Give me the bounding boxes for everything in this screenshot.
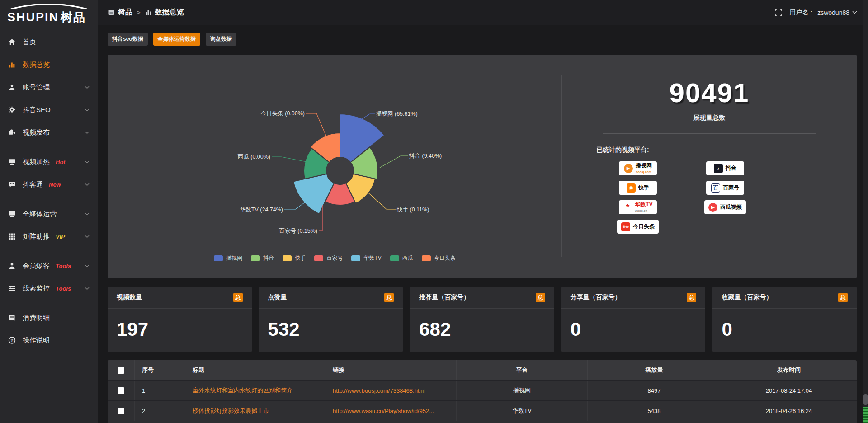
platform-badge-xigua[interactable]: ▶西瓜视频 <box>704 200 746 214</box>
sidebar-item-label: 抖客通 <box>23 180 43 189</box>
pie-label: 快手 (0.11%) <box>396 207 429 213</box>
select-all-checkbox[interactable] <box>118 367 124 374</box>
tab-2[interactable]: 询盘数据 <box>206 33 236 46</box>
content: 抖音seo数据全媒体运营数据询盘数据 播视网 (65.61%)抖音 (9.40%… <box>98 25 868 423</box>
sidebar-item-publish[interactable]: 视频发布 <box>0 121 98 144</box>
sidebar: SHUPIN 树品 首页数据总览账号管理抖音SEO视频发布视频加热Hot抖客通N… <box>0 0 98 423</box>
scrollbar-thumb[interactable] <box>863 394 868 405</box>
home-icon <box>8 38 16 46</box>
platform-badges: ▶播视网boosj.com♪抖音◉快手百百家号*华数TVwasu.cn▶西瓜视频… <box>616 161 752 234</box>
platform-badge-boosj[interactable]: ▶播视网boosj.com <box>619 161 657 175</box>
total-badge: 总 <box>687 293 696 302</box>
legend-item-百家号[interactable]: 百家号 <box>314 254 343 262</box>
platform-badge-kuaishou[interactable]: ◉快手 <box>619 181 657 195</box>
sidebar-item-user[interactable]: 账号管理 <box>0 76 98 99</box>
sidebar-item-label: 首页 <box>23 38 36 47</box>
sidebar-item-gear[interactable]: 抖音SEO <box>0 99 98 121</box>
stat-card-value: 682 <box>410 309 554 340</box>
cell-title-link[interactable]: 室外水纹灯和室内水纹灯的区别和简介 <box>185 381 326 400</box>
breadcrumb-app-icon <box>108 9 114 15</box>
total-impressions-value: 90491 <box>562 77 857 108</box>
sidebar-item-monitor[interactable]: 全媒体运营 <box>0 202 98 225</box>
breadcrumb: 树品 > 数据总览 <box>108 8 184 17</box>
table-row-partial <box>108 421 857 423</box>
cell-url-link[interactable]: http://www.boosj.com/7338468.html <box>326 381 457 400</box>
sidebar-item-label: 全媒体运营 <box>23 210 57 218</box>
breadcrumb-root[interactable]: 树品 <box>118 8 132 17</box>
cell-title-link[interactable]: 楼体投影灯投影效果震撼上市 <box>185 401 326 421</box>
legend-item-今日头条[interactable]: 今日头条 <box>422 254 456 262</box>
stat-card-title: 收藏量（百家号） <box>722 293 772 301</box>
sidebar-item-label: 操作说明 <box>23 336 50 345</box>
legend-label: 今日头条 <box>434 254 456 262</box>
sidebar-item-question[interactable]: ?操作说明 <box>0 329 98 352</box>
platform-name: 百家号 <box>723 185 739 191</box>
pie-slice-华数TV[interactable] <box>293 174 334 214</box>
rose-pie-chart[interactable]: 播视网 (65.61%)抖音 (9.40%)快手 (0.11%)百家号 (0.1… <box>108 55 562 250</box>
cell-plays: 5438 <box>588 401 721 421</box>
legend-swatch <box>251 255 260 261</box>
legend-swatch <box>390 255 399 261</box>
platform-name: 华数TVwasu.cn <box>635 202 652 213</box>
logo-arc <box>9 4 89 9</box>
user-menu[interactable]: 用户名：zswodun88 <box>789 9 857 17</box>
pie-label-line <box>272 157 307 162</box>
platform-name: 快手 <box>638 185 649 191</box>
page-scrollbar[interactable] <box>863 0 868 423</box>
platform-name: 今日头条 <box>633 224 655 230</box>
sidebar-item-label: 视频加热 <box>23 158 50 166</box>
breadcrumb-chart-icon <box>145 9 151 15</box>
legend-item-快手[interactable]: 快手 <box>283 254 306 262</box>
row-checkbox[interactable] <box>118 387 124 394</box>
fullscreen-icon[interactable] <box>775 9 782 16</box>
heat-icon <box>8 158 16 166</box>
legend-swatch <box>351 255 360 261</box>
chevron-down-icon <box>85 86 90 89</box>
boosj-logo-icon: ▶ <box>624 164 633 173</box>
tab-1[interactable]: 全媒体运营数据 <box>153 33 200 46</box>
svg-text:?: ? <box>11 338 14 343</box>
topbar: 树品 > 数据总览 用户名：zswodun88 <box>98 0 868 25</box>
question-icon: ? <box>8 337 16 344</box>
sidebar-item-heat[interactable]: 视频加热Hot <box>0 150 98 173</box>
sidebar-item-member[interactable]: 会员爆客Tools <box>0 254 98 277</box>
sidebar-divider <box>7 147 90 147</box>
sidebar-item-receipt[interactable]: 消费明细 <box>0 306 98 329</box>
stat-card-0: 视频数量总197 <box>108 287 252 352</box>
chart-legend: 播视网抖音快手百家号华数TV西瓜今日头条 <box>108 254 562 262</box>
sidebar-item-label: 账号管理 <box>23 83 50 92</box>
platform-badge-toutiao[interactable]: 头条今日头条 <box>617 220 659 234</box>
legend-item-华数TV[interactable]: 华数TV <box>351 254 381 262</box>
sidebar-item-tag: VIP <box>56 233 65 240</box>
sidebar-item-label: 矩阵助推 <box>23 232 50 241</box>
legend-label: 百家号 <box>326 254 343 262</box>
legend-item-西瓜[interactable]: 西瓜 <box>390 254 413 262</box>
toutiao-logo-icon: 头条 <box>621 222 630 231</box>
sidebar-item-home[interactable]: 首页 <box>0 31 98 53</box>
row-checkbox[interactable] <box>118 408 124 414</box>
platforms-label: 已统计的视频平台: <box>596 146 857 154</box>
stat-card-title: 分享量（百家号） <box>571 293 621 301</box>
platform-badge-wasu[interactable]: *华数TVwasu.cn <box>619 200 657 214</box>
sidebar-item-sliders[interactable]: 线索监控Tools <box>0 277 98 300</box>
legend-label: 播视网 <box>226 254 242 262</box>
stat-card-value: 532 <box>259 309 403 340</box>
cell-platform: 播视网 <box>457 381 588 400</box>
legend-item-抖音[interactable]: 抖音 <box>251 254 274 262</box>
platform-name: 抖音 <box>726 165 736 171</box>
sidebar-item-chart[interactable]: 数据总览 <box>0 53 98 76</box>
stat-card-value: 0 <box>712 309 857 340</box>
sidebar-item-grid[interactable]: 矩阵助推VIP <box>0 225 98 248</box>
legend-item-播视网[interactable]: 播视网 <box>214 254 242 262</box>
tab-bar: 抖音seo数据全媒体运营数据询盘数据 <box>108 33 857 46</box>
cell-url-link[interactable]: http://www.wasu.cn/Play/show/id/952... <box>326 401 457 421</box>
platform-badge-douyin[interactable]: ♪抖音 <box>706 161 744 175</box>
douyin-logo-icon: ♪ <box>714 164 723 173</box>
legend-label: 快手 <box>295 254 306 262</box>
tab-0[interactable]: 抖音seo数据 <box>108 33 148 46</box>
platform-badge-baijiahao[interactable]: 百百家号 <box>706 181 744 195</box>
monitor-icon <box>8 210 16 218</box>
pie-label: 华数TV (24.74%) <box>240 207 283 213</box>
sidebar-item-chat[interactable]: 抖客通New <box>0 173 98 196</box>
scrollbar-markers <box>863 407 868 423</box>
